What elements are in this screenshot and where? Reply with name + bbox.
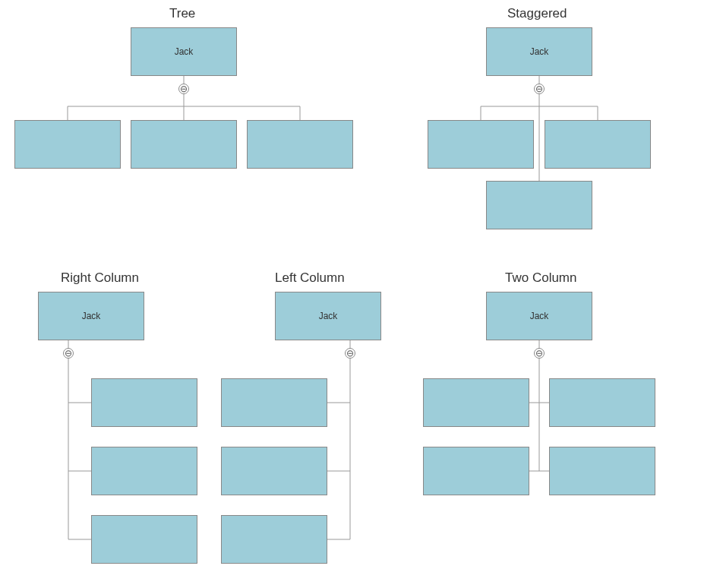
left-column-child-node[interactable] (221, 447, 327, 495)
two-column-collapse-toggle[interactable]: ⊖ (534, 348, 545, 359)
right-column-root-label: Jack (82, 311, 101, 321)
two-column-child-node[interactable] (423, 378, 529, 427)
two-column-child-node[interactable] (549, 447, 655, 495)
left-column-child-node[interactable] (221, 515, 327, 564)
left-column-root-label: Jack (319, 311, 338, 321)
two-column-root-label: Jack (530, 311, 549, 321)
right-column-child-node[interactable] (91, 515, 197, 564)
two-column-root-node[interactable]: Jack (486, 292, 592, 340)
right-column-collapse-toggle[interactable]: ⊖ (63, 348, 74, 359)
tree-root-label: Jack (175, 46, 194, 57)
staggered-child-node[interactable] (545, 120, 651, 169)
left-column-root-node[interactable]: Jack (275, 292, 381, 340)
staggered-collapse-toggle[interactable]: ⊖ (534, 84, 545, 94)
tree-collapse-toggle[interactable]: ⊖ (178, 84, 189, 94)
staggered-child-node[interactable] (486, 181, 592, 229)
title-tree: Tree (169, 6, 195, 21)
tree-child-node[interactable] (14, 120, 121, 169)
right-column-child-node[interactable] (91, 378, 197, 427)
title-left-column: Left Column (275, 270, 345, 286)
tree-root-node[interactable]: Jack (131, 27, 237, 76)
staggered-root-label: Jack (530, 46, 549, 57)
tree-child-node[interactable] (131, 120, 237, 169)
staggered-child-node[interactable] (428, 120, 534, 169)
title-right-column: Right Column (61, 270, 139, 286)
left-column-child-node[interactable] (221, 378, 327, 427)
left-column-collapse-toggle[interactable]: ⊖ (345, 348, 355, 359)
two-column-child-node[interactable] (549, 378, 655, 427)
title-two-column: Two Column (505, 270, 576, 286)
two-column-child-node[interactable] (423, 447, 529, 495)
right-column-root-node[interactable]: Jack (38, 292, 144, 340)
title-staggered: Staggered (507, 6, 567, 21)
tree-child-node[interactable] (247, 120, 353, 169)
right-column-child-node[interactable] (91, 447, 197, 495)
staggered-root-node[interactable]: Jack (486, 27, 592, 76)
